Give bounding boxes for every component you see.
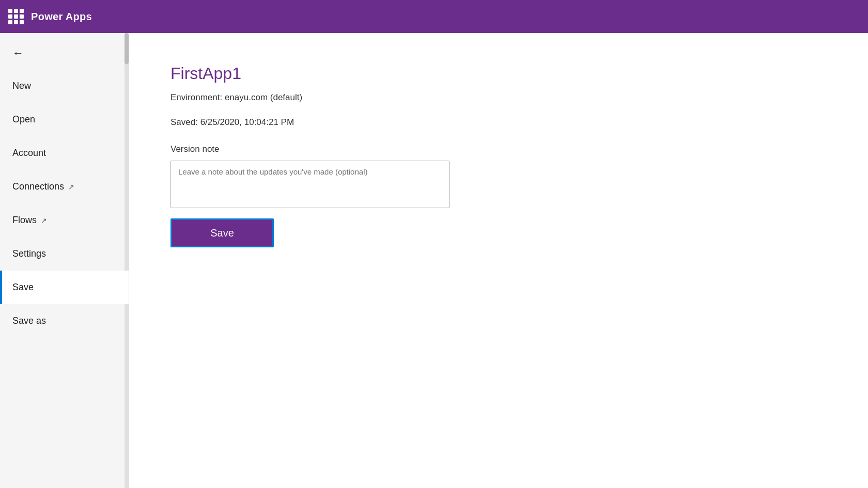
sidebar-item-new[interactable]: New xyxy=(0,69,129,103)
sidebar-nav: New Open Account Connections ↗ Flows ↗ S… xyxy=(0,69,129,488)
sidebar-item-account[interactable]: Account xyxy=(0,136,129,170)
sidebar-item-flows-label: Flows xyxy=(12,215,37,226)
sidebar-item-settings-label: Settings xyxy=(12,248,46,259)
version-note-input[interactable] xyxy=(171,161,450,208)
back-arrow-icon: ← xyxy=(12,46,24,59)
sidebar-item-new-label: New xyxy=(12,81,31,91)
sidebar-item-save-label: Save xyxy=(12,282,34,293)
sidebar-item-save-as-label: Save as xyxy=(12,316,46,326)
sidebar-item-account-label: Account xyxy=(12,148,46,159)
topbar: Power Apps xyxy=(0,0,868,33)
save-button[interactable]: Save xyxy=(171,218,274,247)
grid-icon[interactable] xyxy=(8,9,24,24)
sidebar: ← New Open Account Connections ↗ Flows ↗ xyxy=(0,33,129,488)
back-button[interactable]: ← xyxy=(0,33,129,69)
app-name-heading: FirstApp1 xyxy=(171,64,827,83)
version-note-label: Version note xyxy=(171,144,827,154)
sidebar-item-connections[interactable]: Connections ↗ xyxy=(0,170,129,203)
sidebar-item-connections-label: Connections xyxy=(12,181,64,192)
external-link-icon-flows: ↗ xyxy=(41,216,47,225)
sidebar-item-settings[interactable]: Settings xyxy=(0,237,129,271)
main-area: ← New Open Account Connections ↗ Flows ↗ xyxy=(0,33,868,488)
sidebar-item-save[interactable]: Save xyxy=(0,271,129,304)
sidebar-item-flows[interactable]: Flows ↗ xyxy=(0,203,129,237)
scrollbar-thumb xyxy=(125,33,129,64)
saved-timestamp: Saved: 6/25/2020, 10:04:21 PM xyxy=(171,117,827,128)
sidebar-item-save-as[interactable]: Save as xyxy=(0,304,129,338)
environment-text: Environment: enayu.com (default) xyxy=(171,92,827,103)
sidebar-item-open[interactable]: Open xyxy=(0,103,129,136)
content-area: FirstApp1 Environment: enayu.com (defaul… xyxy=(129,33,868,488)
sidebar-item-open-label: Open xyxy=(12,114,35,125)
external-link-icon: ↗ xyxy=(68,183,74,191)
app-title: Power Apps xyxy=(31,11,92,23)
